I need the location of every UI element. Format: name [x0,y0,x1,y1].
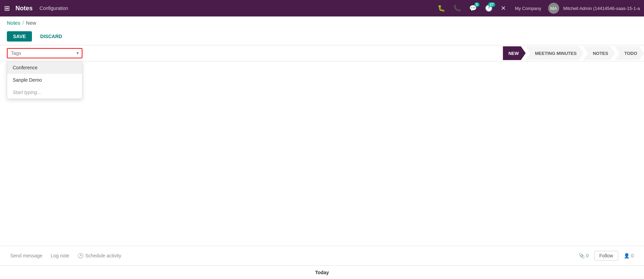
avatar[interactable]: MA [548,3,559,14]
paperclip-icon: 📎 [579,253,585,258]
bug-icon[interactable]: 🐛 [436,4,447,12]
follow-button[interactable]: Follow [594,251,618,260]
schedule-activity-label: Schedule activity [85,253,121,258]
chat-badge: 5 [474,2,480,7]
app-title: Notes [15,5,33,12]
followers-attach-count: 0 [586,253,589,258]
user-icon: 👤 [624,253,630,258]
tags-input[interactable] [7,48,82,58]
grid-icon[interactable]: ⊞ [4,4,10,12]
chatter-right: 📎 0 Follow 👤 0 [579,251,634,260]
breadcrumb-current: New [26,20,36,26]
clock-small-icon: 🕐 [78,253,83,258]
dropdown-item-conference[interactable]: Conference [7,61,82,74]
breadcrumb: Notes / New [0,16,644,29]
chat-icon[interactable]: 💬 5 [467,4,479,12]
config-menu[interactable]: Configuration [37,5,71,11]
send-message-label: Send message [10,253,42,258]
send-message-action[interactable]: Send message [10,253,42,258]
chatter-bar: Send message Log note 🕐 Schedule activit… [0,246,644,265]
tags-field-wrapper: ▼ [7,48,82,58]
dropdown-start-typing[interactable]: Start typing... [7,86,82,98]
status-step-meeting-minutes[interactable]: MEETING MINUTES [526,46,584,60]
breadcrumb-separator: / [22,20,24,26]
company-name[interactable]: My Company [512,6,544,11]
status-step-new[interactable]: NEW [503,46,526,60]
save-button[interactable]: SAVE [7,31,32,42]
dropdown-item-sample-demo[interactable]: Sanple Demo [7,74,82,86]
tags-dropdown: Conference Sanple Demo Start typing... [7,61,82,99]
status-step-notes[interactable]: NOTES [583,46,615,60]
navbar: ⊞ Notes Configuration 🐛 📞 💬 5 🕐 27 ✕ My … [0,0,644,16]
close-icon[interactable]: ✕ [499,4,508,12]
paperclip-followers[interactable]: 📎 0 [579,253,589,258]
clock-badge: 27 [488,2,495,7]
log-note-label: Log note [50,253,69,258]
status-bar: NEW MEETING MINUTES NOTES TODO [503,45,644,61]
clock-icon[interactable]: 🕐 27 [483,4,495,12]
user-name: Mitchell Admin (14414546-saas-15-1-a [563,6,640,11]
status-step-todo[interactable]: TODO [615,46,644,60]
log-note-action[interactable]: Log note [50,253,69,258]
today-label: Today [315,270,329,275]
breadcrumb-parent[interactable]: Notes [7,20,20,26]
form-area: ▼ Conference Sanple Demo Start typing...… [0,45,644,61]
main-content [0,61,644,199]
user-followers-count: 0 [631,253,634,258]
schedule-activity-action[interactable]: 🕐 Schedule activity [78,253,121,258]
user-followers[interactable]: 👤 0 [624,253,634,258]
today-bar: Today [0,265,644,279]
toolbar: SAVE DISCARD [0,29,644,45]
discard-button[interactable]: DISCARD [35,31,67,42]
phone-icon[interactable]: 📞 [451,4,463,12]
